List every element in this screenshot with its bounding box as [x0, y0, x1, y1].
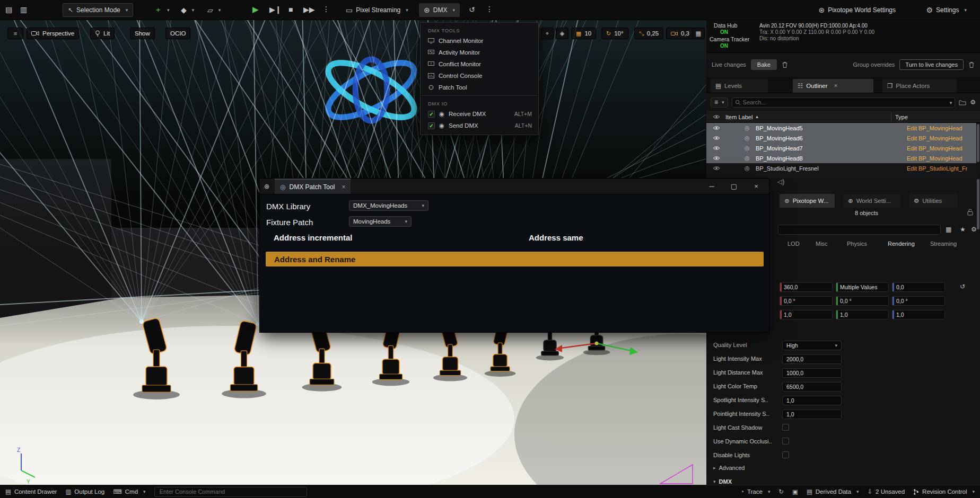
close-button[interactable]: ×: [748, 182, 765, 190]
address-and-rename-option[interactable]: Address and Rename: [266, 252, 764, 266]
filter-button[interactable]: ≡▾: [711, 97, 728, 108]
light-cast-shadow-checkbox[interactable]: [782, 424, 789, 431]
address-same-option[interactable]: Address same: [529, 233, 583, 242]
edit-blueprint-link[interactable]: Edit BP_MovingHead: [907, 135, 962, 141]
edit-blueprint-link[interactable]: Edit BP_MovingHead: [907, 145, 962, 152]
menu-item-receive-dmx[interactable]: ✓ ◉ Receive DMX ALT+M: [421, 108, 538, 120]
speaker-icon[interactable]: ◁): [777, 178, 784, 185]
bake-button[interactable]: Bake: [751, 59, 777, 70]
menu-item-patch-tool[interactable]: Patch Tool: [421, 82, 538, 93]
edit-blueprint-link[interactable]: Edit BP_MovingHead: [907, 125, 962, 131]
scale-snap-button[interactable]: ⤡0,25: [634, 28, 663, 39]
selection-mode-dropdown[interactable]: ↖ Selection Mode ▾: [63, 3, 133, 17]
checkbox-checked-icon[interactable]: ✓: [428, 122, 435, 129]
lock-icon[interactable]: [967, 209, 973, 216]
save-icon[interactable]: ▤: [5, 5, 12, 14]
surface-snap-button[interactable]: ⌖: [541, 28, 554, 39]
dmx-section-header[interactable]: ▾ DMX: [713, 478, 732, 485]
outliner-scrollbar[interactable]: [977, 124, 979, 162]
address-incremental-option[interactable]: Address incremental: [274, 233, 352, 242]
table-row[interactable]: ◎ BP_MovingHead8 Edit BP_MovingHead: [706, 153, 976, 163]
advanced-section-header[interactable]: ▸ Advanced: [713, 465, 745, 471]
category-tab-lod[interactable]: LOD: [788, 241, 800, 247]
checkbox-checked-icon[interactable]: ✓: [428, 111, 435, 118]
modes-dropdown[interactable]: ◆▾: [176, 3, 199, 17]
details-search-input[interactable]: [778, 225, 941, 235]
category-tab-rendering[interactable]: Rendering: [888, 241, 915, 247]
category-tab-streaming[interactable]: Streaming: [930, 241, 957, 247]
pixotope-world-settings-button[interactable]: ⊛ Pixotope World Settings: [813, 3, 900, 17]
edit-blueprint-link[interactable]: Edit BP_MovingHead: [907, 155, 962, 162]
patch-tool-tab[interactable]: ◎ DMX Patch Tool ×: [275, 179, 351, 194]
revision-control-dropdown[interactable]: Revision Control ▾: [913, 488, 975, 495]
import-icon[interactable]: ▥: [20, 5, 27, 14]
derived-data-dropdown[interactable]: ▤ Derived Data ▾: [807, 488, 859, 495]
more-options-icon[interactable]: ⋮: [486, 5, 493, 13]
trash-icon[interactable]: [782, 61, 788, 68]
eye-icon[interactable]: [713, 156, 720, 161]
frame-step-button[interactable]: ▶❙: [269, 5, 282, 14]
table-row[interactable]: ◎ BP_MovingHead7 Edit BP_MovingHead: [706, 143, 976, 153]
scale-y-field[interactable]: 1,0: [836, 310, 889, 319]
trash-icon[interactable]: [968, 61, 975, 68]
tab-outliner[interactable]: ☷ Outliner ×: [793, 79, 873, 93]
menu-item-channel-monitor[interactable]: Channel Monitor: [421, 35, 538, 47]
scale-z-field[interactable]: 1,0: [892, 310, 945, 319]
tab-world-settings[interactable]: ⊕ World Setti...: [843, 194, 900, 208]
tab-place-actors[interactable]: ❐ Place Actors: [882, 79, 957, 93]
fixture-patch-dropdown[interactable]: MovingHeads ▾: [349, 216, 412, 227]
spotlight-intensity-field[interactable]: 1,0: [782, 396, 842, 405]
group-overrides-button[interactable]: Group overrides: [853, 61, 895, 68]
eye-icon[interactable]: [713, 136, 720, 140]
menu-item-conflict-monitor[interactable]: Conflict Monitor: [421, 58, 538, 70]
lit-dropdown[interactable]: Lit: [90, 28, 115, 39]
light-intensity-max-field[interactable]: 2000,0: [782, 354, 842, 364]
grid-snap-button[interactable]: ▦10: [571, 28, 596, 39]
gear-icon[interactable]: ⚙: [970, 99, 976, 106]
category-tab-physics[interactable]: Physics: [847, 241, 867, 247]
details-scrollbar[interactable]: [977, 179, 979, 229]
menu-item-control-console[interactable]: Control Console: [421, 70, 538, 82]
column-type[interactable]: Type: [895, 114, 908, 120]
menu-item-send-dmx[interactable]: ✓ ◉ Send DMX ALT+N: [421, 120, 538, 131]
viewport-layout-button[interactable]: ▦: [692, 28, 705, 39]
maximize-button[interactable]: ▢: [725, 182, 742, 190]
category-tab-misc[interactable]: Misc: [816, 241, 828, 247]
location-x-field[interactable]: 360,0: [780, 282, 833, 292]
table-row[interactable]: ◎ BP_MovingHead5 Edit BP_MovingHead: [706, 123, 976, 133]
pixel-streaming-dropdown[interactable]: ▭ Pixel Streaming ▾: [341, 3, 413, 17]
scale-x-field[interactable]: 1,0: [780, 310, 833, 319]
edit-blueprint-link[interactable]: Edit BP_StudioLight_Fr: [907, 165, 967, 172]
output-log-button[interactable]: ▥ Output Log: [65, 488, 104, 495]
add-actor-dropdown[interactable]: ＋▾: [150, 3, 174, 17]
tab-pixotope-world[interactable]: ⊛ Pixotope W...: [780, 194, 835, 208]
unsaved-button[interactable]: ⇩ 2 Unsaved: [867, 488, 905, 495]
settings-dropdown[interactable]: ⚙ Settings ▾: [922, 3, 972, 17]
column-item-label[interactable]: Item Label: [725, 114, 752, 120]
close-tab-icon[interactable]: ×: [342, 183, 345, 191]
trace-dropdown[interactable]: ◔ Trace ▾: [740, 488, 770, 495]
cinematics-dropdown[interactable]: ▱▾: [203, 3, 225, 17]
tab-utilities[interactable]: ⚙ Utilities: [909, 194, 958, 208]
location-y-field[interactable]: Multiple Values: [836, 282, 889, 292]
table-row[interactable]: ◎ BP_MovingHead6 Edit BP_MovingHead: [706, 133, 976, 143]
search-input[interactable]: [732, 97, 956, 108]
dmx-library-dropdown[interactable]: DMX_MovingHeads ▾: [349, 200, 428, 211]
dynamic-occlusion-checkbox[interactable]: [782, 438, 789, 444]
viewport-menu-button[interactable]: ≡: [7, 28, 23, 39]
gear-icon[interactable]: ⚙: [971, 226, 977, 233]
table-row[interactable]: ◎ BP_StudioLight_Fresnel Edit BP_StudioL…: [706, 163, 976, 173]
disable-lights-checkbox[interactable]: [782, 451, 789, 458]
light-distance-max-field[interactable]: 1000,0: [782, 368, 842, 378]
console-command-input[interactable]: [154, 487, 307, 497]
location-z-field[interactable]: 0,0: [892, 282, 945, 292]
quality-level-dropdown[interactable]: High▾: [782, 341, 842, 350]
star-icon[interactable]: ★: [960, 226, 966, 233]
camera-speed-button[interactable]: 0,3: [666, 28, 694, 39]
play-button[interactable]: ▶: [252, 5, 259, 14]
close-icon[interactable]: ×: [834, 82, 838, 90]
play-options-icon[interactable]: ⋮: [322, 5, 330, 13]
grid-view-icon[interactable]: ▦: [946, 226, 951, 233]
column-divider[interactable]: [891, 112, 891, 121]
tab-levels[interactable]: ▤ Levels: [711, 79, 768, 93]
